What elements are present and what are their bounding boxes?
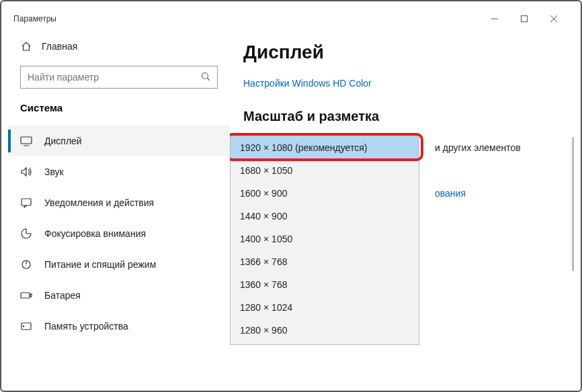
section-label: Система <box>8 99 230 126</box>
main-content: Дисплей Настройки Windows HD Color Масшт… <box>230 30 574 384</box>
search-icon <box>201 72 210 83</box>
partial-link[interactable]: ования <box>435 188 466 199</box>
minimize-button[interactable] <box>480 8 509 30</box>
window-frame: Параметры Главная Система Дисплей <box>0 0 582 392</box>
resolution-option[interactable]: 1366 × 768 <box>231 250 419 273</box>
sidebar-item-power[interactable]: Питание и спящий режим <box>8 249 230 280</box>
sidebar-item-sound[interactable]: Звук <box>8 156 230 187</box>
svg-rect-1 <box>522 16 528 22</box>
sidebar-item-notifications[interactable]: Уведомления и действия <box>8 187 230 218</box>
resolution-option[interactable]: 1280 × 1024 <box>231 296 419 319</box>
sidebar-item-label: Звук <box>44 166 64 177</box>
sidebar-item-label: Дисплей <box>44 136 82 146</box>
svg-rect-12 <box>30 294 32 297</box>
home-icon <box>20 40 32 52</box>
resolution-option[interactable]: 1600 × 900 <box>231 182 419 205</box>
scrollbar-thumb[interactable] <box>572 137 574 271</box>
search-field[interactable] <box>28 72 201 83</box>
page-title: Дисплей <box>243 42 547 63</box>
titlebar: Параметры <box>8 8 574 30</box>
search-input[interactable] <box>20 66 218 89</box>
sidebar-item-label: Память устройства <box>44 321 128 332</box>
sidebar-item-label: Фокусировка внимания <box>44 228 146 239</box>
sidebar-item-label: Питание и спящий режим <box>44 259 156 270</box>
resolution-option[interactable]: 1680 × 1050 <box>231 159 419 182</box>
close-button[interactable] <box>539 8 569 30</box>
hd-color-link[interactable]: Настройки Windows HD Color <box>243 78 547 89</box>
notifications-icon <box>20 197 32 209</box>
home-link[interactable]: Главная <box>8 36 230 60</box>
resolution-option[interactable]: 1280 × 960 <box>231 319 419 342</box>
resolution-option[interactable]: 1360 × 768 <box>231 273 419 296</box>
resolution-option[interactable]: 1440 × 900 <box>231 205 419 228</box>
svg-point-4 <box>202 72 208 79</box>
sidebar-item-storage[interactable]: Память устройства <box>8 311 230 342</box>
svg-point-14 <box>23 326 24 326</box>
battery-icon <box>20 289 32 301</box>
display-icon <box>20 135 32 147</box>
svg-rect-8 <box>22 199 31 205</box>
home-label: Главная <box>42 41 77 52</box>
window-title: Параметры <box>13 14 56 23</box>
sidebar-item-label: Батарея <box>44 290 81 301</box>
scale-section-title: Масштаб и разметка <box>243 109 547 124</box>
sidebar-item-label: Уведомления и действия <box>44 197 154 208</box>
sidebar-item-focus[interactable]: Фокусировка внимания <box>8 218 230 249</box>
sound-icon <box>20 166 32 178</box>
focus-icon <box>20 228 32 240</box>
resolution-dropdown[interactable]: 1920 × 1080 (рекомендуется) 1680 × 1050 … <box>230 136 419 345</box>
storage-icon <box>20 320 32 332</box>
partial-text: и других элементов <box>435 142 521 153</box>
power-icon <box>20 258 32 271</box>
svg-rect-11 <box>21 293 30 298</box>
resolution-option[interactable]: 1920 × 1080 (рекомендуется) <box>231 136 419 159</box>
svg-rect-6 <box>21 137 32 144</box>
sidebar-item-battery[interactable]: Батарея <box>8 280 230 311</box>
svg-line-5 <box>208 78 210 81</box>
resolution-option[interactable]: 1400 × 1050 <box>231 228 419 250</box>
maximize-button[interactable] <box>509 8 539 30</box>
sidebar: Главная Система Дисплей Звук Уведо <box>8 30 230 384</box>
sidebar-item-display[interactable]: Дисплей <box>8 126 230 156</box>
